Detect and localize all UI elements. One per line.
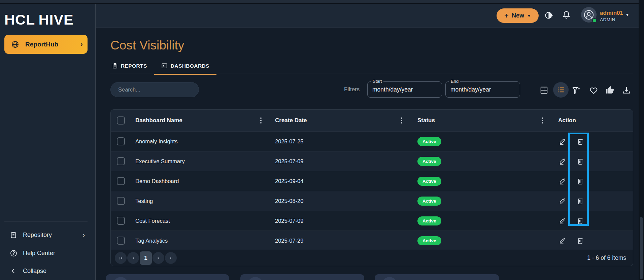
grid-view-icon[interactable] xyxy=(539,85,549,95)
chevron-left-icon xyxy=(9,268,18,274)
edit-button[interactable] xyxy=(558,236,567,245)
select-all-checkbox[interactable] xyxy=(117,116,125,125)
tab-reports[interactable]: REPORTS xyxy=(105,58,154,74)
delete-button[interactable] xyxy=(576,137,584,146)
logo-hive: HIVE xyxy=(38,11,73,28)
start-date-input[interactable] xyxy=(368,82,442,97)
notifications-bell-icon[interactable] xyxy=(562,10,571,20)
table-row[interactable]: Anomaly Insights 2025-07-25 Active xyxy=(111,131,633,151)
download-icon[interactable] xyxy=(622,85,631,95)
filters-label: Filters xyxy=(344,86,360,93)
table-row[interactable]: Testing 2025-08-20 Active xyxy=(111,191,633,211)
favorites-heart-icon[interactable] xyxy=(589,85,598,95)
sidebar-item-label: Collapse xyxy=(23,268,46,275)
edit-button[interactable] xyxy=(558,197,567,205)
status-badge: Active xyxy=(417,157,441,166)
status-badge: Active xyxy=(417,197,441,206)
username: admin01 xyxy=(600,10,623,16)
end-date-field[interactable]: End xyxy=(445,81,520,98)
card-partial xyxy=(240,274,364,280)
globe-icon xyxy=(11,40,19,48)
delete-button[interactable] xyxy=(576,157,584,166)
column-header-create-date: Create Date xyxy=(275,117,307,124)
row-checkbox[interactable] xyxy=(117,177,125,185)
column-header-action: Action xyxy=(558,117,576,124)
tab-bar: REPORTS DASHBOARDS xyxy=(105,58,216,74)
new-button-label: New xyxy=(512,12,524,19)
dashboard-name: Tag Analytics xyxy=(135,238,168,244)
dashboard-name: Executive Summary xyxy=(135,158,185,165)
sidebar-item-reporthub[interactable]: ReportHub › xyxy=(4,35,88,54)
row-checkbox[interactable] xyxy=(117,217,125,225)
card-avatar-circle xyxy=(382,277,397,280)
row-checkbox[interactable] xyxy=(117,137,125,145)
theme-toggle-icon[interactable] xyxy=(544,11,553,20)
reporthub-label: ReportHub xyxy=(25,41,58,48)
sidebar-item-help-center[interactable]: Help Center xyxy=(0,246,96,260)
edit-button[interactable] xyxy=(558,137,567,146)
edit-button[interactable] xyxy=(558,157,567,166)
end-date-input[interactable] xyxy=(446,82,520,97)
create-date: 2025-07-09 xyxy=(275,218,303,224)
tab-label: REPORTS xyxy=(121,63,147,69)
page-number-button[interactable]: 1 xyxy=(140,251,152,265)
first-page-button[interactable] xyxy=(115,252,127,264)
table-row[interactable]: Demo Dashboard 2025-09-04 Active xyxy=(111,171,633,191)
create-date: 2025-07-25 xyxy=(275,138,303,145)
main-content: Cost Visibility REPORTS DASHBOARDS Filte… xyxy=(96,28,644,280)
window-top-strip xyxy=(0,0,644,4)
start-date-field[interactable]: Start xyxy=(367,81,442,98)
status-badge: Active xyxy=(417,216,441,225)
create-date: 2025-08-20 xyxy=(275,198,303,204)
delete-button[interactable] xyxy=(576,177,584,185)
row-checkbox[interactable] xyxy=(117,157,125,165)
edit-button[interactable] xyxy=(558,216,567,225)
delete-button[interactable] xyxy=(576,216,584,225)
delete-button[interactable] xyxy=(576,236,584,245)
status-badge: Active xyxy=(417,236,441,245)
end-date-label: End xyxy=(449,79,460,84)
sidebar-item-repository[interactable]: Repository › xyxy=(0,228,96,242)
column-menu-icon[interactable] xyxy=(400,116,404,125)
chevron-down-icon[interactable]: ▼ xyxy=(625,13,629,17)
tab-dashboards[interactable]: DASHBOARDS xyxy=(154,58,216,74)
list-view-icon[interactable] xyxy=(553,82,569,98)
chevron-down-icon: ▼ xyxy=(527,14,531,18)
logo-hcl: HCL xyxy=(4,11,35,28)
scrollbar-thumb[interactable] xyxy=(640,217,643,279)
table-row[interactable]: Tag Analytics 2025-07-29 Active xyxy=(111,231,633,250)
new-button[interactable]: + New ▼ xyxy=(497,8,539,23)
tabs-divider xyxy=(110,73,633,73)
delete-button[interactable] xyxy=(576,197,584,205)
user-role: ADMIN xyxy=(600,17,615,22)
filter-add-icon[interactable] xyxy=(572,85,581,95)
table-row[interactable]: Executive Summary 2025-07-09 Active xyxy=(111,151,633,171)
online-status-dot xyxy=(592,18,597,23)
column-header-status: Status xyxy=(417,117,435,124)
tab-label: DASHBOARDS xyxy=(171,63,209,69)
sidebar-collapse-button[interactable]: Collapse xyxy=(0,264,96,278)
page-title: Cost Visibility xyxy=(110,38,184,53)
next-page-button[interactable] xyxy=(152,252,164,264)
edit-button[interactable] xyxy=(558,177,567,185)
previous-page-button[interactable] xyxy=(127,252,139,264)
sidebar: HCLHIVE ReportHub › Repository › Help Ce… xyxy=(0,4,96,280)
thumbs-up-icon[interactable] xyxy=(605,85,614,95)
items-count-text: 1 - 6 of 6 items xyxy=(587,254,626,261)
table-row[interactable]: Cost Forecast 2025-07-09 Active xyxy=(111,211,633,231)
table-header-row: Dashboard Name Create Date Status Action xyxy=(111,110,633,131)
status-badge: Active xyxy=(417,137,441,146)
card-partial xyxy=(106,274,229,280)
user-avatar[interactable] xyxy=(581,7,597,23)
sidebar-item-label: Help Center xyxy=(23,250,55,257)
create-date: 2025-07-29 xyxy=(275,238,303,244)
card-avatar-circle xyxy=(113,277,128,280)
last-page-button[interactable] xyxy=(165,252,177,264)
table-body: Anomaly Insights 2025-07-25 Active Execu… xyxy=(111,131,633,250)
row-checkbox[interactable] xyxy=(117,237,125,245)
search-input[interactable] xyxy=(110,82,199,97)
column-menu-icon[interactable] xyxy=(540,116,544,125)
column-menu-icon[interactable] xyxy=(259,116,263,125)
row-checkbox[interactable] xyxy=(117,197,125,205)
reports-clipboard-icon xyxy=(112,63,118,69)
